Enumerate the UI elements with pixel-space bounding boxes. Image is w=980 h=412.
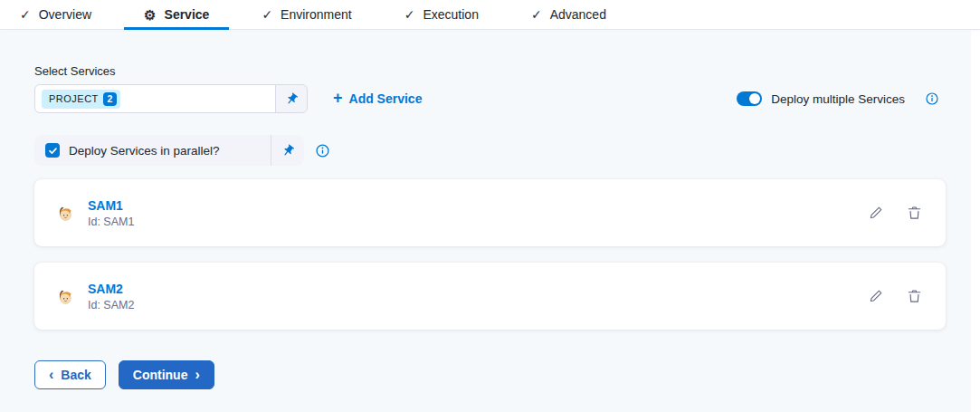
service-id: Id: SAM1 [88, 216, 134, 228]
card-actions [868, 288, 922, 304]
pin-parallel-button[interactable] [271, 144, 304, 158]
tab-advanced[interactable]: ✓ Advanced [511, 0, 626, 29]
delete-service-button[interactable] [907, 205, 922, 221]
tab-overview[interactable]: ✓ Overview [0, 0, 111, 29]
check-icon: ✓ [20, 8, 31, 21]
info-icon [926, 92, 938, 105]
check-icon: ✓ [262, 8, 272, 21]
pin-services-button[interactable] [276, 85, 307, 112]
services-multiselect-input[interactable]: PROJECT 2 [35, 85, 276, 112]
add-service-button[interactable]: + Add Service [333, 91, 422, 106]
plus-icon: + [333, 90, 343, 106]
select-services-label: Select Services [34, 64, 971, 78]
tab-execution[interactable]: ✓ Execution [385, 0, 499, 29]
edit-service-button[interactable] [868, 288, 884, 304]
parallel-field: Deploy Services in parallel? [34, 135, 304, 166]
gear-icon: ⚙ [144, 8, 156, 22]
project-scope-chip[interactable]: PROJECT 2 [42, 90, 120, 109]
service-card-sam1: SAM1 Id: SAM1 [34, 179, 946, 246]
continue-button-label: Continue [133, 368, 188, 382]
chip-count-badge: 2 [103, 92, 117, 106]
service-avatar [56, 287, 75, 306]
card-actions [868, 205, 922, 221]
service-tab-panel: Select Services PROJECT 2 + Add Service [0, 31, 971, 412]
service-info: SAM1 Id: SAM1 [88, 198, 134, 228]
trash-icon [907, 288, 922, 304]
tab-service[interactable]: ⚙ Service [124, 0, 229, 29]
tab-label: Overview [39, 7, 91, 22]
parallel-checkbox[interactable] [45, 143, 60, 158]
services-input-group: PROJECT 2 [34, 84, 308, 113]
chevron-right-icon: › [195, 368, 199, 382]
back-button[interactable]: ‹ Back [34, 360, 106, 389]
service-name-link[interactable]: SAM1 [88, 198, 134, 213]
service-avatar [56, 204, 75, 223]
trash-icon [907, 205, 922, 221]
toggle-knob [749, 93, 760, 104]
deploy-multiple-info-button[interactable] [926, 92, 938, 105]
pencil-icon [868, 205, 884, 221]
delete-service-button[interactable] [907, 288, 922, 304]
info-icon [316, 144, 329, 158]
parallel-row: Deploy Services in parallel? [34, 135, 971, 166]
chip-label: PROJECT [49, 93, 99, 104]
tab-label: Environment [281, 7, 352, 22]
service-info: SAM2 Id: SAM2 [88, 282, 134, 311]
service-name-link[interactable]: SAM2 [88, 282, 134, 296]
pin-icon [278, 140, 297, 159]
check-icon: ✓ [531, 8, 542, 21]
add-service-label: Add Service [349, 91, 423, 106]
pencil-icon [868, 288, 884, 304]
select-services-row: PROJECT 2 + Add Service Deploy multiple … [34, 84, 971, 113]
service-card-sam2: SAM2 Id: SAM2 [34, 263, 946, 330]
pin-icon [281, 89, 300, 108]
tab-environment[interactable]: ✓ Environment [242, 0, 371, 29]
tab-label: Execution [423, 7, 478, 22]
tab-label: Advanced [550, 7, 606, 22]
check-icon: ✓ [404, 8, 415, 21]
back-button-label: Back [61, 368, 90, 382]
parallel-label: Deploy Services in parallel? [69, 144, 220, 158]
wizard-footer: ‹ Back Continue › [34, 360, 971, 389]
chevron-left-icon: ‹ [49, 368, 53, 382]
continue-button[interactable]: Continue › [119, 360, 214, 389]
deploy-multiple-label: Deploy multiple Services [771, 92, 905, 106]
deploy-multiple-group: Deploy multiple Services [737, 91, 938, 106]
service-id: Id: SAM2 [88, 299, 134, 311]
edit-service-button[interactable] [868, 205, 884, 221]
checkmark-icon [48, 146, 58, 156]
stage-tabbar: ✓ Overview ⚙ Service ✓ Environment ✓ Exe… [0, 0, 980, 30]
parallel-info-button[interactable] [316, 144, 329, 158]
deploy-multiple-toggle[interactable] [737, 91, 762, 106]
tab-label: Service [165, 7, 210, 22]
